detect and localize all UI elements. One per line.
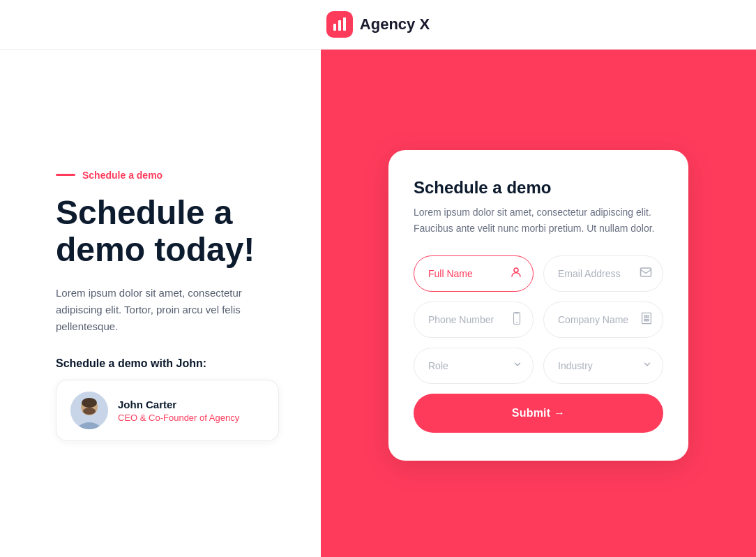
role-field: Role Manager Developer Designer CEO — [414, 348, 534, 384]
phone-input[interactable] — [414, 302, 534, 338]
main-description: Lorem ipsum dolor sit amet, consectetur … — [56, 285, 279, 335]
demo-with-label: Schedule a demo with John: — [56, 357, 279, 370]
submit-label: Submit → — [512, 407, 565, 419]
profile-role: CEO & Co-Founder of Agency — [118, 413, 239, 423]
main-heading: Schedule a demo today! — [56, 195, 279, 269]
svg-rect-1 — [338, 20, 341, 31]
tag-dash — [56, 174, 75, 176]
logo-text: Agency X — [360, 15, 430, 34]
industry-field: Industry Technology Finance Healthcare M… — [543, 348, 663, 384]
form-subtitle: Lorem ipsum dolor sit amet, consectetur … — [414, 205, 663, 236]
company-field — [543, 302, 663, 338]
main-layout: Schedule a demo Schedule a demo today! L… — [0, 50, 756, 557]
form-card: Schedule a demo Lorem ipsum dolor sit am… — [388, 150, 688, 461]
submit-button[interactable]: Submit → — [414, 394, 663, 433]
full-name-input[interactable] — [414, 255, 534, 292]
form-row-1 — [414, 255, 663, 292]
email-input[interactable] — [543, 255, 663, 292]
form-row-2 — [414, 302, 663, 338]
logo-icon — [326, 11, 353, 38]
full-name-field — [414, 255, 534, 292]
tag-label-text: Schedule a demo — [82, 170, 162, 181]
svg-point-7 — [83, 408, 96, 415]
role-select[interactable]: Role Manager Developer Designer CEO — [414, 348, 534, 384]
right-panel: Schedule a demo Lorem ipsum dolor sit am… — [321, 50, 756, 557]
industry-select[interactable]: Industry Technology Finance Healthcare M… — [543, 348, 663, 384]
svg-rect-2 — [343, 17, 346, 31]
header: Agency X — [0, 0, 756, 50]
form-row-3: Role Manager Developer Designer CEO I — [414, 348, 663, 384]
profile-info: John Carter CEO & Co-Founder of Agency — [118, 399, 239, 423]
tag-label-group: Schedule a demo — [56, 170, 279, 181]
left-panel: Schedule a demo Schedule a demo today! L… — [0, 50, 321, 557]
phone-field — [414, 302, 534, 338]
profile-name: John Carter — [118, 399, 239, 410]
avatar — [70, 392, 108, 429]
svg-point-6 — [82, 398, 97, 408]
form-title: Schedule a demo — [414, 178, 663, 198]
profile-card: John Carter CEO & Co-Founder of Agency — [56, 380, 279, 441]
email-field — [543, 255, 663, 292]
svg-rect-0 — [333, 24, 336, 31]
company-input[interactable] — [543, 302, 663, 338]
